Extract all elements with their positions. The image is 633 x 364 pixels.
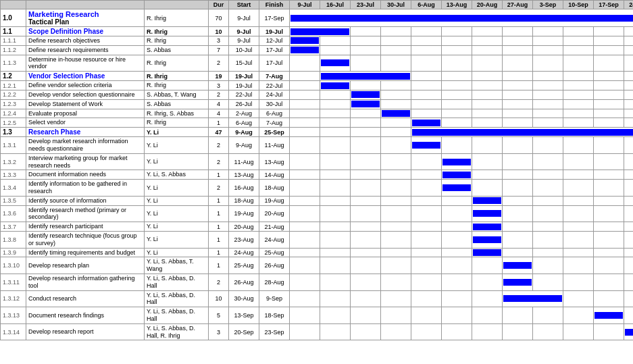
- empty-week-cell: [320, 170, 351, 180]
- task-dur: 3: [209, 323, 229, 340]
- empty-week-cell: [624, 72, 634, 81]
- empty-week-cell: [381, 81, 411, 90]
- header-resource: [145, 1, 209, 9]
- empty-week-cell: [533, 205, 563, 222]
- bar-span-cell: [351, 99, 381, 109]
- bar-span-cell: [624, 323, 634, 340]
- empty-week-cell: [563, 222, 594, 232]
- empty-week-cell: [563, 36, 594, 46]
- task-row: 1.3.6 Identify research method (primary …: [1, 205, 634, 222]
- task-dur: 2: [209, 274, 229, 290]
- empty-week-cell: [624, 81, 634, 90]
- empty-week-cell: [411, 90, 442, 99]
- task-resource: Y. Li, S. Abbas, D. Hall, R. Ihrig: [145, 323, 209, 340]
- empty-week-cell: [381, 222, 411, 232]
- empty-week-cell: [351, 196, 381, 205]
- empty-week-cell: [442, 290, 472, 307]
- task-resource: S. Abbas: [145, 99, 209, 109]
- empty-week-cell: [381, 45, 411, 55]
- task-dur: 1: [209, 170, 229, 180]
- task-dur: 3: [209, 36, 229, 46]
- phase-row: 1.1 Scope Definition Phase R. Ihrig 10 9…: [1, 27, 634, 36]
- empty-week-cell: [503, 137, 533, 154]
- empty-week-cell: [503, 118, 533, 128]
- empty-week-cell: [411, 196, 442, 205]
- empty-week-cell: [320, 109, 351, 118]
- empty-week-cell: [503, 248, 533, 257]
- empty-week-cell: [411, 27, 442, 36]
- task-end: 21-Aug: [259, 222, 290, 232]
- empty-week-cell: [533, 27, 563, 36]
- bar-span-cell: [290, 9, 634, 27]
- empty-week-cell: [411, 45, 442, 55]
- task-end: 9-Sep: [259, 290, 290, 307]
- empty-week-cell: [320, 205, 351, 222]
- empty-week-cell: [442, 196, 472, 205]
- empty-week-cell: [624, 118, 634, 128]
- empty-week-cell: [594, 45, 624, 55]
- task-id: 1.2.3: [1, 99, 26, 109]
- task-resource: Y. Li: [145, 222, 209, 232]
- empty-week-cell: [594, 90, 624, 99]
- empty-week-cell: [563, 196, 594, 205]
- empty-week-cell: [411, 55, 442, 72]
- empty-week-cell: [624, 231, 634, 248]
- empty-week-cell: [290, 248, 320, 257]
- empty-week-cell: [351, 205, 381, 222]
- phase-resource: Y. Li: [145, 128, 209, 137]
- empty-week-cell: [442, 55, 472, 72]
- empty-week-cell: [351, 274, 381, 290]
- task-start: 9-Jul: [229, 36, 259, 46]
- empty-week-cell: [503, 27, 533, 36]
- empty-week-cell: [411, 170, 442, 180]
- task-id: 1.3.1: [1, 137, 26, 154]
- empty-week-cell: [594, 81, 624, 90]
- empty-week-cell: [533, 222, 563, 232]
- task-start: 20-Aug: [229, 222, 259, 232]
- task-resource: Y. Li: [145, 196, 209, 205]
- empty-week-cell: [442, 222, 472, 232]
- task-resource: Y. Li, S. Abbas, D. Hall: [145, 307, 209, 324]
- empty-week-cell: [472, 109, 503, 118]
- bar-span-cell: [503, 274, 533, 290]
- task-row: 1.3.9 Identify timing requirements and b…: [1, 248, 634, 257]
- task-name: Define vendor selection criteria: [26, 81, 145, 90]
- empty-week-cell: [381, 137, 411, 154]
- empty-week-cell: [290, 231, 320, 248]
- bar-span-cell: [290, 45, 320, 55]
- empty-week-cell: [411, 323, 442, 340]
- empty-week-cell: [351, 45, 381, 55]
- phase-id: 1.2: [1, 72, 26, 81]
- empty-week-cell: [290, 205, 320, 222]
- task-id: 1.3.10: [1, 257, 26, 274]
- empty-week-cell: [563, 137, 594, 154]
- task-resource: Y. Li, S. Abbas, T. Wang: [145, 257, 209, 274]
- empty-week-cell: [290, 55, 320, 72]
- task-dur: 5: [209, 307, 229, 324]
- task-dur: 4: [209, 99, 229, 109]
- empty-week-cell: [503, 36, 533, 46]
- header-week-11: 24-Sep: [624, 1, 634, 9]
- task-end: 18-Aug: [259, 180, 290, 197]
- empty-week-cell: [533, 55, 563, 72]
- project-title: Marketing Research Tactical Plan: [26, 9, 145, 27]
- empty-week-cell: [594, 72, 624, 81]
- task-resource: Y. Li: [145, 137, 209, 154]
- phase-title: Research Phase: [26, 128, 145, 137]
- header-id: [1, 1, 26, 9]
- task-start: 19-Jul: [229, 81, 259, 90]
- empty-week-cell: [594, 205, 624, 222]
- empty-week-cell: [351, 118, 381, 128]
- empty-week-cell: [594, 290, 624, 307]
- task-start: 15-Jul: [229, 55, 259, 72]
- header-week-7: 27-Aug: [503, 1, 533, 9]
- task-row: 1.3.11 Develop research information gath…: [1, 274, 634, 290]
- empty-week-cell: [381, 118, 411, 128]
- empty-week-cell: [320, 99, 351, 109]
- task-start: 30-Aug: [229, 290, 259, 307]
- empty-week-cell: [624, 36, 634, 46]
- empty-week-cell: [624, 45, 634, 55]
- header-week-6: 20-Aug: [472, 1, 503, 9]
- empty-week-cell: [472, 137, 503, 154]
- empty-week-cell: [411, 290, 442, 307]
